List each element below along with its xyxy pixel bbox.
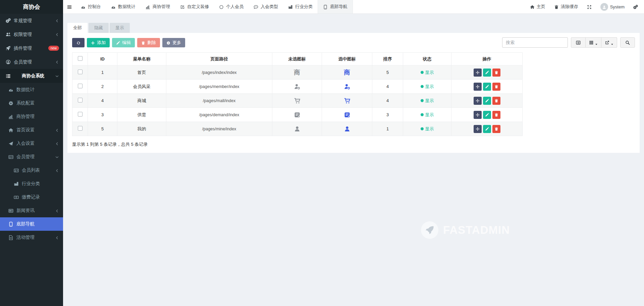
clear-cache-button[interactable]: 清除缓存 xyxy=(554,4,578,10)
more-button[interactable]: 更多 xyxy=(162,38,185,47)
cell-page-path: /pages/demand/index xyxy=(166,108,272,122)
nav-tab-personal-member[interactable]: 个人会员 xyxy=(214,0,249,13)
drag-row-button[interactable] xyxy=(474,83,482,91)
nav-tab-console[interactable]: 控制台 xyxy=(76,0,106,13)
sidebar-item-label: 会员管理 xyxy=(14,59,32,65)
edit-row-button[interactable] xyxy=(483,125,491,133)
drag-row-button[interactable] xyxy=(474,69,482,77)
drag-row-button[interactable] xyxy=(474,111,482,119)
edit-row-button[interactable] xyxy=(483,97,491,105)
delete-row-button[interactable] xyxy=(492,111,500,119)
status-badge: 显示 xyxy=(421,70,434,76)
main-content: 全部隐藏显示 添加 编辑 删除 更多 xyxy=(63,14,644,306)
cell-id: 2 xyxy=(88,80,117,94)
delete-row-button[interactable] xyxy=(492,69,500,77)
idcard-icon xyxy=(8,154,16,160)
sidebar-item-auth-manage[interactable]: 权限管理 xyxy=(0,28,63,41)
nav-tab-custom-decorate[interactable]: 自定义装修 xyxy=(175,0,214,13)
fullscreen-button[interactable] xyxy=(587,4,592,9)
delete-row-button[interactable] xyxy=(492,97,500,105)
nav-tab-industry-category[interactable]: 行业分类 xyxy=(283,0,318,13)
edit-button[interactable]: 编辑 xyxy=(112,38,135,47)
export-button[interactable] xyxy=(601,37,617,48)
refresh-button[interactable] xyxy=(72,38,85,47)
chevron-left-icon xyxy=(55,141,59,146)
edit-label: 编辑 xyxy=(122,40,131,46)
filter-tab-shown[interactable]: 显示 xyxy=(110,23,130,33)
fastadmin-watermark: FASTADMIN xyxy=(421,221,510,239)
sidebar-item-general-manage[interactable]: 常规管理 xyxy=(0,14,63,28)
nav-tab-label: 行业分类 xyxy=(295,4,313,10)
column-header: 选中图标 xyxy=(322,53,372,65)
detail-view-button[interactable] xyxy=(571,37,586,48)
sidebar-toggle-button[interactable] xyxy=(63,0,76,13)
settings-button[interactable] xyxy=(633,4,638,9)
search-button[interactable] xyxy=(620,37,635,48)
refresh-icon xyxy=(76,40,80,45)
nav-tab-bottom-nav[interactable]: 底部导航 xyxy=(318,0,353,13)
sidebar-item-bottom-nav[interactable]: 底部导航 xyxy=(0,217,63,231)
row-checkbox[interactable] xyxy=(78,98,83,102)
sidebar-item-assoc-system[interactable]: 商协会系统 xyxy=(0,69,63,83)
select-all-checkbox[interactable] xyxy=(78,56,83,61)
filter-tab-all[interactable]: 全部 xyxy=(67,23,88,33)
delete-row-button[interactable] xyxy=(492,125,500,133)
add-button[interactable]: 添加 xyxy=(87,38,110,47)
sidebar-item-member-manage-sub[interactable]: 会员管理 xyxy=(0,150,63,164)
sidebar-item-news[interactable]: 新闻资讯 xyxy=(0,204,63,217)
home-link[interactable]: 主页 xyxy=(530,4,545,10)
nav-tab-assoc-manage[interactable]: 商协管理 xyxy=(141,0,175,13)
chevron-left-icon xyxy=(55,32,59,37)
tablet-icon xyxy=(323,4,328,9)
sidebar-item-industry-category[interactable]: 行业分类 xyxy=(0,177,63,190)
sidebar-item-home-settings[interactable]: 首页设置 xyxy=(0,123,63,137)
sidebar-item-system-config[interactable]: 系统配置 xyxy=(0,96,63,110)
cell-id: 1 xyxy=(88,65,117,80)
user-menu[interactable]: System xyxy=(600,3,625,11)
sidebar-item-assoc-manage[interactable]: 商协管理 xyxy=(0,110,63,123)
column-header: ID xyxy=(88,53,117,65)
delete-row-button[interactable] xyxy=(492,83,500,91)
table-row: 1首页/pages/index/index商商5显示 xyxy=(72,65,523,80)
chevron-left-icon xyxy=(55,128,59,133)
row-checkbox[interactable] xyxy=(78,84,83,88)
person-icon-unselected xyxy=(294,126,301,131)
edit-row-button[interactable] xyxy=(483,69,491,77)
sidebar-item-label: 插件管理 xyxy=(14,45,32,51)
delete-button[interactable]: 删除 xyxy=(137,38,160,47)
row-checkbox[interactable] xyxy=(78,70,83,74)
toolbar: 添加 编辑 删除 更多 xyxy=(72,37,635,48)
filter-tab-hidden[interactable]: 隐藏 xyxy=(89,23,109,33)
shang-icon-unselected: 商 xyxy=(294,71,300,76)
drag-row-button[interactable] xyxy=(474,97,482,105)
table-header-row: ID菜单名称页面路径未选图标选中图标排序状态操作 xyxy=(72,53,523,65)
edit-row-button[interactable] xyxy=(483,111,491,119)
sidebar-item-payment-records[interactable]: 缴费记录 xyxy=(0,190,63,204)
status-dot xyxy=(421,85,424,88)
sidebar: 商协会 常规管理权限管理插件管理new会员管理商协会系统数据统计系统配置商协管理… xyxy=(0,0,63,306)
edit-row-button[interactable] xyxy=(483,83,491,91)
caret-down-icon xyxy=(611,41,613,44)
drag-row-button[interactable] xyxy=(474,125,482,133)
sidebar-item-data-stats[interactable]: 数据统计 xyxy=(0,83,63,96)
avatar xyxy=(600,3,608,11)
row-checkbox[interactable] xyxy=(78,112,83,117)
row-checkbox[interactable] xyxy=(78,126,83,131)
person-icon-selected xyxy=(344,126,351,131)
search-input[interactable] xyxy=(502,37,568,48)
column-header: 菜单名称 xyxy=(117,53,166,65)
new-badge: new xyxy=(48,46,59,51)
plus-icon xyxy=(91,40,95,45)
sidebar-item-member-list[interactable]: 会员列表 xyxy=(0,164,63,177)
nav-tab-data-stats[interactable]: 数据统计 xyxy=(106,0,141,13)
sidebar-item-activity-manage[interactable]: 活动管理 xyxy=(0,231,63,244)
sidebar-item-label: 系统配置 xyxy=(16,100,35,106)
newspaper-icon xyxy=(8,208,16,213)
sidebar-item-addon-manage[interactable]: 插件管理new xyxy=(0,41,63,55)
status-dot xyxy=(421,71,424,74)
columns-button[interactable] xyxy=(586,37,601,48)
gauge-icon xyxy=(8,87,16,92)
sidebar-item-member-manage[interactable]: 会员管理 xyxy=(0,55,63,69)
sidebar-item-join-settings[interactable]: 入会设置 xyxy=(0,137,63,150)
nav-tab-join-type[interactable]: 入会类型 xyxy=(249,0,283,13)
